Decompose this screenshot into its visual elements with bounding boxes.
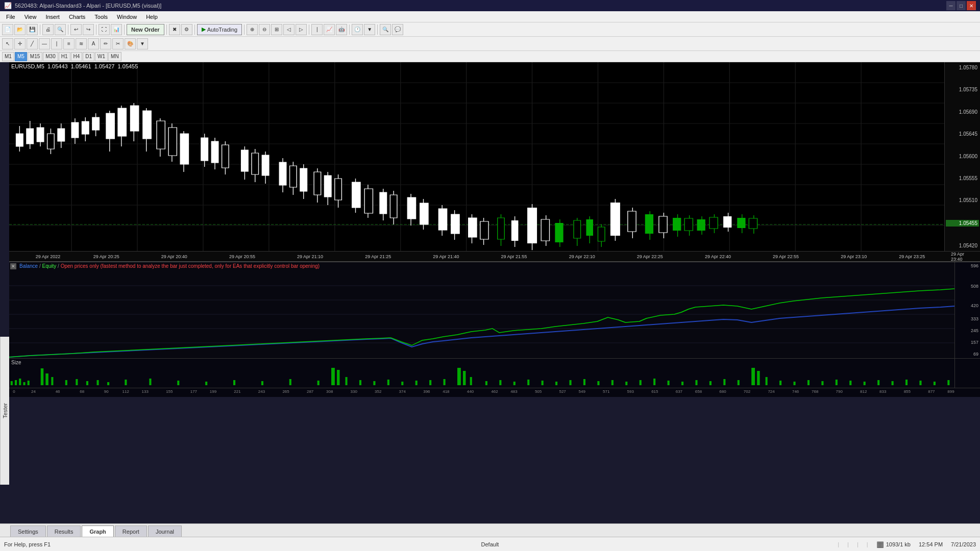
redo-button[interactable]: ↪ xyxy=(83,24,94,35)
menu-tools[interactable]: Tools xyxy=(90,13,112,21)
tab-results[interactable]: Results xyxy=(47,525,81,537)
tab-settings[interactable]: Settings xyxy=(10,525,46,537)
hline-button[interactable]: — xyxy=(39,38,50,49)
indicator-panel[interactable]: ✕ Balance / Equity / Open prices only (f… xyxy=(9,261,980,358)
menu-view[interactable]: View xyxy=(20,13,41,21)
new-chart-button[interactable]: 📄 xyxy=(2,24,13,35)
svg-rect-69 xyxy=(300,168,307,191)
zoom-in-button[interactable]: ⊕ xyxy=(247,24,258,35)
svg-rect-163 xyxy=(337,370,339,385)
open-button[interactable]: 📂 xyxy=(14,24,26,35)
time-label-1: 29 Apr 20:25 xyxy=(93,254,119,259)
size-panel[interactable]: Size xyxy=(9,358,980,388)
chart-symbol: EURUSD,M5 xyxy=(11,63,44,69)
history-button[interactable]: 📊 xyxy=(111,24,122,35)
ind-num-20: 440 xyxy=(467,389,474,394)
svg-rect-115 xyxy=(628,211,636,232)
chart-bid: 1.05443 xyxy=(47,63,68,69)
crosshair-button[interactable]: ✛ xyxy=(14,38,26,49)
toolbar2: ↖ ✛ ╱ — | ≡ ≋ A ✏ ✂ 🎨 ▼ xyxy=(0,37,980,51)
clock-button[interactable]: 🕐 xyxy=(352,24,363,35)
search-button[interactable]: 🔍 xyxy=(380,24,391,35)
tf-h1[interactable]: H1 xyxy=(59,52,70,61)
svg-rect-152 xyxy=(96,380,99,385)
price-label-7: 1.05510 xyxy=(946,197,979,203)
separator2 xyxy=(68,24,68,35)
indicators-button[interactable]: 📈 xyxy=(324,24,335,35)
save-button[interactable]: 💾 xyxy=(27,24,38,35)
svg-rect-97 xyxy=(498,218,505,239)
tf-m15[interactable]: M15 xyxy=(28,52,42,61)
print-preview-button[interactable]: 🔍 xyxy=(55,24,66,35)
minimize-button[interactable]: ─ xyxy=(946,1,955,10)
tf-mn[interactable]: MN xyxy=(108,52,121,61)
svg-rect-209 xyxy=(947,380,949,385)
tab-report[interactable]: Report xyxy=(115,525,147,537)
svg-rect-175 xyxy=(485,381,487,385)
menu-window[interactable]: Window xyxy=(113,13,141,21)
chart-area[interactable]: EURUSD,M5 1.05443 1.05461 1.05427 1.0545… xyxy=(9,62,980,251)
svg-rect-167 xyxy=(387,380,389,385)
fib-button[interactable]: ≋ xyxy=(76,38,87,49)
menu-charts[interactable]: Charts xyxy=(65,13,89,21)
tf-m1[interactable]: M1 xyxy=(2,52,14,61)
svg-rect-53 xyxy=(201,138,208,161)
vline-button[interactable]: | xyxy=(51,38,62,49)
tab-journal[interactable]: Journal xyxy=(148,525,182,537)
tf-w1[interactable]: W1 xyxy=(95,52,108,61)
fullscreen-button[interactable]: ⛶ xyxy=(99,24,110,35)
period-sep-button[interactable]: | xyxy=(311,24,323,35)
tf-m5[interactable]: M5 xyxy=(15,52,27,61)
zoom-out-button[interactable]: ⊖ xyxy=(259,24,270,35)
color-button[interactable]: 🎨 xyxy=(125,38,136,49)
menu-help[interactable]: Help xyxy=(142,13,162,21)
candle-canvas[interactable] xyxy=(9,62,944,251)
options-button[interactable]: ▼ xyxy=(364,24,375,35)
svg-rect-206 xyxy=(905,380,908,385)
menu-insert[interactable]: Insert xyxy=(41,13,64,21)
draw-button[interactable]: ✏ xyxy=(100,38,111,49)
text-button[interactable]: A xyxy=(88,38,99,49)
svg-rect-164 xyxy=(345,377,347,385)
window-title: 5620483: Alpari-Standard3 - Alpari - [EU… xyxy=(15,3,161,9)
time-label-12: 29 Apr 23:10 xyxy=(841,254,867,259)
expert-button[interactable]: 🤖 xyxy=(336,24,347,35)
svg-rect-150 xyxy=(76,379,78,385)
delete-button[interactable]: ✂ xyxy=(112,38,124,49)
svg-rect-172 xyxy=(457,368,461,385)
price-label-1: 1.05780 xyxy=(946,65,979,70)
autotrading-button[interactable]: ▶ AutoTrading xyxy=(197,24,242,35)
svg-rect-33 xyxy=(71,122,79,138)
svg-rect-155 xyxy=(149,379,151,385)
line-button[interactable]: ╱ xyxy=(27,38,38,49)
scroll-right-button[interactable]: ▷ xyxy=(296,24,307,35)
svg-rect-105 xyxy=(555,223,563,242)
svg-rect-145 xyxy=(28,381,30,385)
tab-graph[interactable]: Graph xyxy=(82,525,113,537)
scroll-left-button[interactable]: ◁ xyxy=(283,24,295,35)
comment-button[interactable]: 💬 xyxy=(392,24,403,35)
close-order-button[interactable]: ✖ xyxy=(169,24,180,35)
fit-button[interactable]: ⊞ xyxy=(271,24,282,35)
menu-file[interactable]: File xyxy=(2,13,19,21)
tf-m30[interactable]: M30 xyxy=(43,52,58,61)
tf-d1[interactable]: D1 xyxy=(83,52,94,61)
maximize-button[interactable]: □ xyxy=(957,1,966,10)
svg-rect-194 xyxy=(751,368,755,385)
print-button[interactable]: 🖨 xyxy=(42,24,54,35)
close-button[interactable]: ✕ xyxy=(967,1,976,10)
more-button[interactable]: ▼ xyxy=(137,38,148,49)
channel-button[interactable]: ≡ xyxy=(63,38,75,49)
separator3 xyxy=(96,24,96,35)
ind-num-2: 46 xyxy=(56,389,60,394)
time-label-8: 29 Apr 22:10 xyxy=(569,254,595,259)
new-order-button[interactable]: New Order xyxy=(127,24,164,35)
svg-rect-143 xyxy=(19,379,21,385)
tf-h4[interactable]: H4 xyxy=(71,52,83,61)
cursor-button[interactable]: ↖ xyxy=(2,38,13,49)
chart-settings-button[interactable]: ⚙ xyxy=(181,24,192,35)
svg-rect-196 xyxy=(766,377,768,385)
undo-button[interactable]: ↩ xyxy=(70,24,82,35)
svg-rect-182 xyxy=(583,379,585,385)
ind-num-10: 221 xyxy=(234,389,240,394)
